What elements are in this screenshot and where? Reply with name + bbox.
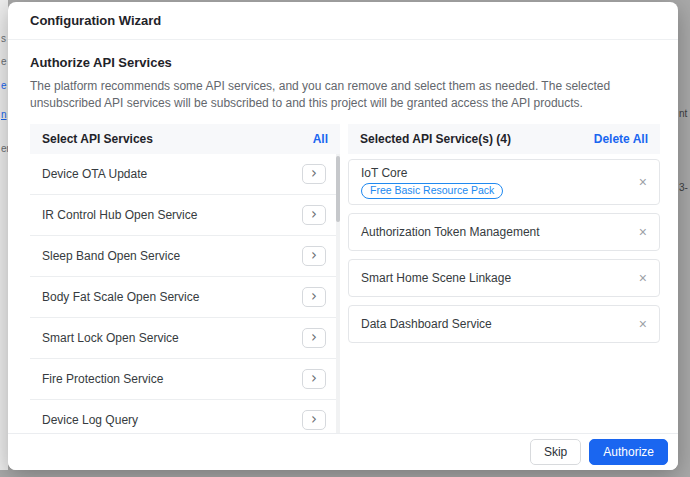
skip-button[interactable]: Skip: [530, 439, 581, 465]
add-service-button[interactable]: ›: [302, 287, 326, 307]
add-service-button[interactable]: ›: [302, 369, 326, 389]
right-panel-title: Selected API Service(s) (4): [360, 132, 511, 146]
api-service-row: Body Fat Scale Open Service ›: [30, 277, 340, 318]
close-icon: ×: [639, 270, 647, 286]
selected-service-card: IoT Core Free Basic Resource Pack ×: [348, 159, 660, 205]
backdrop-text-fragment: e: [1, 80, 7, 91]
close-icon: ×: [639, 316, 647, 332]
api-service-row: IR Control Hub Open Service ›: [30, 195, 340, 236]
backdrop-text-fragment: n: [1, 109, 7, 120]
backdrop-left-strip: s e e n er: [0, 0, 8, 470]
selected-api-services-panel: Selected API Service(s) (4) Delete All I…: [348, 124, 660, 435]
close-icon: ×: [639, 224, 647, 240]
selected-service-card: Authorization Token Management ×: [348, 213, 660, 251]
api-service-row: Smart Lock Open Service ›: [30, 318, 340, 359]
backdrop-text-fragment: e: [1, 56, 7, 67]
add-service-button[interactable]: ›: [302, 328, 326, 348]
selected-cards-list: IoT Core Free Basic Resource Pack × Auth…: [348, 154, 660, 351]
selected-service-name: IoT Core: [361, 166, 503, 180]
backdrop-text-fragment: nt: [679, 108, 687, 119]
authorize-button[interactable]: Authorize: [589, 439, 668, 465]
right-panel-header: Selected API Service(s) (4) Delete All: [348, 124, 660, 154]
backdrop-text-fragment: er: [1, 143, 8, 154]
selected-service-card: Smart Home Scene Linkage ×: [348, 259, 660, 297]
section-description: The platform recommends some API service…: [30, 78, 660, 112]
backdrop-text-fragment: 3-: [679, 182, 688, 193]
remove-service-button[interactable]: ×: [639, 317, 647, 331]
api-service-name: Smart Lock Open Service: [42, 331, 179, 345]
section-heading: Authorize API Services: [30, 55, 660, 70]
selected-service-card: Data Dashboard Service ×: [348, 305, 660, 343]
api-service-name: Body Fat Scale Open Service: [42, 290, 199, 304]
api-service-name: Device Log Query: [42, 413, 138, 427]
add-service-button[interactable]: ›: [302, 205, 326, 225]
chevron-right-icon: ›: [311, 330, 317, 345]
add-service-button[interactable]: ›: [302, 246, 326, 266]
api-service-row: Sleep Band Open Service ›: [30, 236, 340, 277]
dialog-footer: Skip Authorize: [8, 433, 678, 470]
left-panel-header: Select API Services All: [30, 124, 340, 154]
transfer-panels: Select API Services All Device OTA Updat…: [30, 124, 660, 435]
configuration-wizard-dialog: Configuration Wizard Authorize API Servi…: [8, 2, 678, 470]
remove-service-button[interactable]: ×: [639, 175, 647, 189]
resource-pack-badge: Free Basic Resource Pack: [361, 183, 503, 199]
add-service-button[interactable]: ›: [302, 164, 326, 184]
dialog-title: Configuration Wizard: [8, 2, 678, 40]
chevron-right-icon: ›: [311, 207, 317, 222]
chevron-right-icon: ›: [311, 371, 317, 386]
add-service-button[interactable]: ›: [302, 410, 326, 430]
select-all-link[interactable]: All: [313, 132, 328, 146]
delete-all-link[interactable]: Delete All: [594, 132, 648, 146]
scrollbar-thumb[interactable]: [336, 156, 340, 222]
selected-service-name: Authorization Token Management: [361, 225, 540, 239]
dialog-body: Authorize API Services The platform reco…: [8, 40, 678, 435]
chevron-right-icon: ›: [311, 166, 317, 181]
remove-service-button[interactable]: ×: [639, 225, 647, 239]
remove-service-button[interactable]: ×: [639, 271, 647, 285]
api-service-row: Fire Protection Service ›: [30, 359, 340, 400]
chevron-right-icon: ›: [311, 412, 317, 427]
close-icon: ×: [639, 174, 647, 190]
api-service-name: Device OTA Update: [42, 167, 147, 181]
api-service-name: IR Control Hub Open Service: [42, 208, 197, 222]
backdrop-text-fragment: s: [1, 33, 6, 44]
chevron-right-icon: ›: [311, 248, 317, 263]
selected-service-name: Smart Home Scene Linkage: [361, 271, 511, 285]
selected-service-name: Data Dashboard Service: [361, 317, 492, 331]
left-panel-title: Select API Services: [42, 132, 153, 146]
chevron-right-icon: ›: [311, 289, 317, 304]
left-panel-scrollbar: [336, 154, 340, 435]
api-service-row: Device Log Query ›: [30, 400, 340, 435]
api-service-name: Sleep Band Open Service: [42, 249, 180, 263]
api-service-row: Device OTA Update ›: [30, 154, 340, 195]
select-api-services-panel: Select API Services All Device OTA Updat…: [30, 124, 340, 435]
api-service-name: Fire Protection Service: [42, 372, 163, 386]
